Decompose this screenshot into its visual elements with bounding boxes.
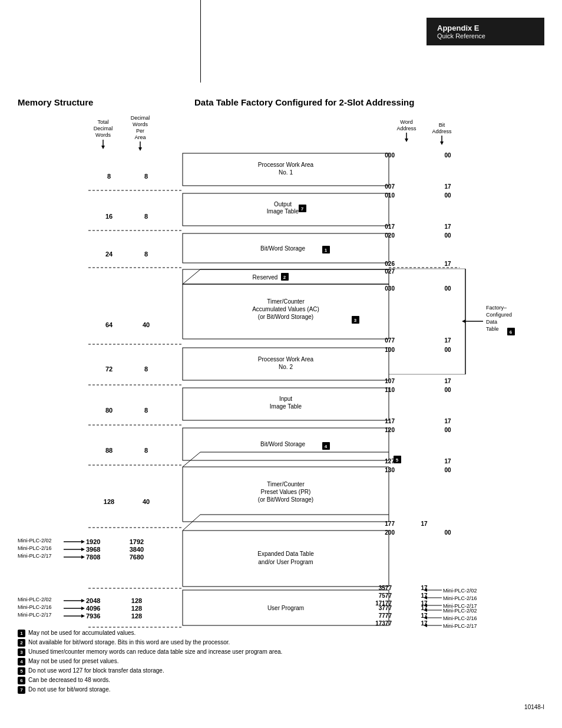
svg-text:1: 1: [325, 248, 328, 253]
svg-text:Area: Area: [134, 134, 146, 140]
svg-text:(or Bit/Word Storage): (or Bit/Word Storage): [258, 314, 313, 320]
svg-marker-8: [101, 146, 105, 149]
svg-text:and/or User Program: and/or User Program: [258, 559, 313, 565]
svg-text:24: 24: [105, 251, 113, 258]
svg-text:17: 17: [444, 458, 451, 465]
svg-text:7680: 7680: [130, 554, 144, 561]
svg-text:2: 2: [283, 275, 286, 280]
svg-text:Mini-PLC-2/16: Mini-PLC-2/16: [443, 615, 477, 621]
section-memory-title: Memory Structure: [18, 97, 93, 107]
svg-text:Mini-PLC-2/17: Mini-PLC-2/17: [18, 553, 52, 559]
svg-text:72: 72: [105, 365, 113, 373]
appendix-subtitle: Quick Reference: [437, 32, 534, 39]
svg-text:3840: 3840: [130, 546, 144, 553]
svg-text:107: 107: [385, 378, 395, 384]
svg-text:Mini-PLC-2/02: Mini-PLC-2/02: [443, 588, 477, 594]
svg-text:7: 7: [301, 206, 304, 212]
svg-text:7808: 7808: [86, 554, 100, 561]
svg-text:Processor Work Area: Processor Work Area: [258, 162, 314, 168]
svg-text:Output: Output: [274, 201, 292, 207]
note-badge-7: 7: [18, 686, 25, 694]
note-badge-6: 6: [18, 677, 25, 684]
svg-text:Configured: Configured: [486, 312, 512, 318]
svg-marker-174: [81, 599, 85, 602]
note-6: 6 Can be decreased to 48 words.: [18, 677, 544, 684]
svg-marker-18: [440, 141, 444, 145]
svg-text:8: 8: [107, 173, 111, 180]
svg-text:17: 17: [444, 183, 451, 190]
svg-marker-147: [81, 555, 85, 559]
svg-text:00: 00: [444, 347, 451, 353]
svg-text:5: 5: [396, 457, 399, 463]
svg-text:16: 16: [105, 213, 113, 220]
svg-text:8: 8: [144, 407, 148, 414]
svg-text:Per: Per: [136, 128, 144, 134]
svg-text:User Program: User Program: [267, 605, 304, 611]
svg-text:Words: Words: [133, 121, 148, 127]
svg-text:00: 00: [444, 387, 451, 393]
svg-text:7577: 7577: [379, 592, 392, 599]
svg-text:00: 00: [444, 192, 451, 199]
svg-line-120: [183, 452, 200, 467]
svg-text:1920: 1920: [86, 538, 100, 545]
svg-text:Input: Input: [279, 396, 292, 402]
note-badge-1: 1: [18, 630, 25, 637]
svg-text:Mini-PLC-2/02: Mini-PLC-2/02: [18, 597, 52, 602]
svg-text:128: 128: [131, 605, 142, 612]
svg-line-72: [183, 269, 200, 284]
svg-marker-177: [81, 607, 85, 610]
note-badge-2: 2: [18, 639, 25, 647]
svg-text:00: 00: [444, 427, 451, 433]
svg-text:117: 117: [385, 418, 395, 424]
svg-text:Image Table: Image Table: [270, 403, 302, 410]
svg-text:007: 007: [385, 183, 395, 190]
svg-text:4: 4: [325, 444, 328, 449]
svg-marker-141: [81, 540, 85, 543]
svg-text:3968: 3968: [86, 546, 100, 553]
svg-text:00: 00: [444, 232, 451, 239]
note-2: 2 Not available for bit/word storage. Bi…: [18, 639, 544, 647]
svg-text:1792: 1792: [130, 538, 144, 545]
svg-text:128: 128: [104, 498, 114, 505]
svg-text:00: 00: [444, 467, 451, 473]
svg-text:8: 8: [144, 173, 148, 180]
svg-text:Expanded Data Table: Expanded Data Table: [257, 551, 314, 557]
svg-text:8: 8: [144, 365, 148, 373]
svg-text:128: 128: [131, 597, 142, 604]
svg-text:17: 17: [444, 261, 451, 267]
svg-text:00: 00: [444, 285, 451, 292]
svg-text:40: 40: [143, 321, 150, 328]
svg-text:00: 00: [444, 529, 451, 536]
svg-text:Reserved: Reserved: [253, 274, 278, 281]
svg-text:Mini-PLC-2/16: Mini-PLC-2/16: [443, 595, 477, 601]
svg-text:17: 17: [421, 521, 428, 527]
svg-text:17: 17: [444, 378, 451, 384]
svg-marker-10: [138, 147, 142, 151]
svg-text:077: 077: [385, 337, 395, 344]
svg-text:Table: Table: [486, 326, 499, 332]
appendix-title: Appendix E: [437, 24, 534, 32]
note-badge-5: 5: [18, 667, 25, 675]
svg-text:Factory–: Factory–: [486, 305, 507, 311]
svg-text:Image Table: Image Table: [267, 208, 299, 215]
svg-marker-180: [81, 614, 85, 618]
svg-text:Timer/Counter: Timer/Counter: [267, 298, 305, 305]
svg-text:No. 1: No. 1: [279, 169, 293, 176]
note-1: 1 May not be used for accumulated values…: [18, 630, 544, 637]
svg-text:Bit/Word Storage: Bit/Word Storage: [260, 441, 305, 447]
svg-text:Mini-PLC-2/17: Mini-PLC-2/17: [18, 612, 52, 618]
svg-text:80: 80: [105, 407, 113, 414]
note-4: 4 May not be used for preset values.: [18, 658, 544, 666]
svg-text:8: 8: [144, 447, 148, 454]
section-data-table-title: Data Table Factory Configured for 2-Slot…: [194, 97, 414, 107]
svg-text:7936: 7936: [86, 612, 100, 620]
note-7: 7 Do not use for bit/word storage.: [18, 686, 544, 694]
svg-text:6: 6: [510, 330, 513, 335]
svg-text:88: 88: [105, 447, 113, 454]
svg-text:Decimal: Decimal: [131, 115, 150, 121]
svg-text:Accumulated Values (AC): Accumulated Values (AC): [252, 306, 319, 312]
svg-text:17: 17: [444, 223, 451, 230]
svg-text:3: 3: [354, 318, 357, 323]
svg-text:64: 64: [105, 321, 113, 328]
note-5: 5 Do not use word 127 for block transfer…: [18, 667, 544, 675]
